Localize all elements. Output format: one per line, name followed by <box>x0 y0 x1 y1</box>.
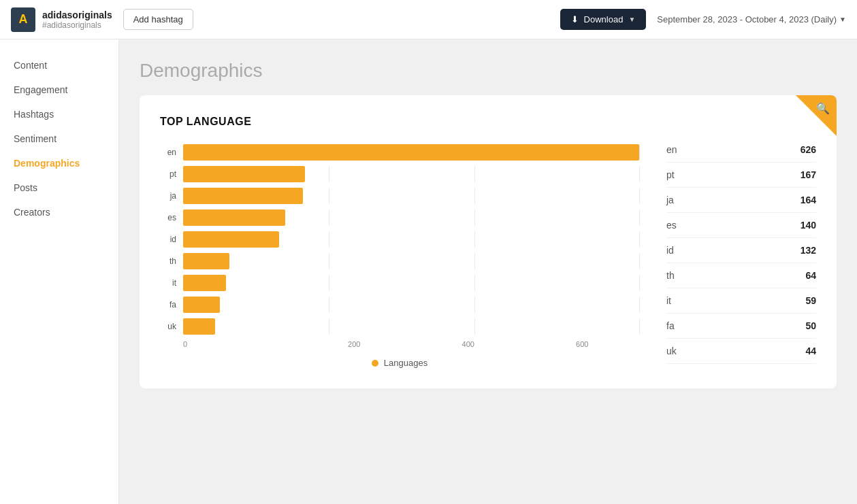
bar-track <box>183 166 639 182</box>
chart-title: TOP LANGUAGE <box>160 116 816 128</box>
lang-count: 167 <box>801 169 816 180</box>
x-axis-label: 600 <box>525 340 640 348</box>
bar-row: ja <box>160 188 639 204</box>
bar-chart: enptjaesidthitfauk <box>160 144 639 335</box>
sidebar-item-creators[interactable]: Creators <box>0 200 118 224</box>
lang-table-row: es140 <box>666 213 816 238</box>
chart-legend: Languages <box>160 358 639 368</box>
sidebar-item-posts[interactable]: Posts <box>0 175 118 200</box>
x-axis-label: 400 <box>411 340 525 348</box>
date-range-text: September 28, 2023 - October 4, 2023 (Da… <box>657 14 837 24</box>
header: A adidasoriginals #adidasoriginals Add h… <box>0 0 857 39</box>
bar-fill <box>183 209 285 226</box>
bar-row: en <box>160 144 639 161</box>
add-hashtag-button[interactable]: Add hashtag <box>123 9 193 30</box>
bar-fill <box>183 166 305 182</box>
lang-count: 44 <box>805 346 816 356</box>
lang-code: id <box>666 245 674 256</box>
lang-table-row: fa50 <box>666 314 816 339</box>
bar-row: it <box>160 275 639 291</box>
bar-track <box>183 144 639 161</box>
page-title: Demographics <box>140 60 837 82</box>
language-table: en626pt167ja164es140id132th64it59fa50uk4… <box>666 144 816 368</box>
bar-fill <box>183 144 639 161</box>
demographics-card: 🔍 TOP LANGUAGE enptjaesidthitfauk 020040… <box>140 95 837 388</box>
lang-count: 132 <box>801 245 816 256</box>
bar-row: es <box>160 209 639 226</box>
sidebar-item-content[interactable]: Content <box>0 53 118 78</box>
dropdown-arrow-icon: ▼ <box>628 16 635 23</box>
bar-track <box>183 209 639 226</box>
lang-table-row: pt167 <box>666 163 816 188</box>
sidebar-item-sentiment[interactable]: Sentiment <box>0 127 118 151</box>
search-icon: 🔍 <box>816 102 830 115</box>
lang-code: es <box>666 220 677 231</box>
layout: Content Engagement Hashtags Sentiment De… <box>0 39 857 504</box>
download-button[interactable]: ⬇ Download ▼ <box>560 9 647 30</box>
lang-count: 50 <box>805 320 816 331</box>
bar-label: id <box>160 235 176 244</box>
lang-table-row: id132 <box>666 238 816 263</box>
lang-table-row: th64 <box>666 263 816 288</box>
bar-track <box>183 231 639 248</box>
sidebar-item-hashtags[interactable]: Hashtags <box>0 102 118 127</box>
bar-label: pt <box>160 169 176 179</box>
bar-track <box>183 253 639 269</box>
brand-name: adidasoriginals <box>42 10 112 20</box>
sidebar-item-demographics[interactable]: Demographics <box>0 151 118 175</box>
legend-dot <box>372 360 378 367</box>
chart-area: enptjaesidthitfauk 0200400600 Languages … <box>160 144 816 368</box>
lang-table-row: en626 <box>666 144 816 163</box>
bar-row: fa <box>160 297 639 313</box>
lang-count: 64 <box>805 270 816 281</box>
logo-area: A adidasoriginals #adidasoriginals <box>11 7 112 32</box>
bar-track <box>183 318 639 335</box>
x-axis-label: 0 <box>183 340 297 348</box>
lang-code: en <box>666 144 677 155</box>
logo-letter: A <box>19 12 28 27</box>
x-axis: 0200400600 <box>160 340 639 348</box>
bar-label: en <box>160 148 176 157</box>
lang-code: pt <box>666 169 675 180</box>
bar-row: pt <box>160 166 639 182</box>
lang-code: uk <box>666 346 677 356</box>
sidebar: Content Engagement Hashtags Sentiment De… <box>0 39 119 504</box>
bar-track <box>183 188 639 204</box>
lang-count: 164 <box>801 195 816 205</box>
x-axis-label: 200 <box>297 340 412 348</box>
lang-count: 59 <box>805 295 816 306</box>
logo-box: A <box>11 7 35 32</box>
bar-fill <box>183 318 215 335</box>
bar-fill <box>183 297 220 313</box>
bar-fill <box>183 231 279 248</box>
bar-label: th <box>160 256 176 266</box>
bar-row: th <box>160 253 639 269</box>
main-content: Demographics 🔍 TOP LANGUAGE enptjaesidth… <box>119 39 857 504</box>
sidebar-item-engagement[interactable]: Engagement <box>0 78 118 102</box>
bar-label: fa <box>160 300 176 309</box>
bar-fill <box>183 253 229 269</box>
lang-table-row: uk44 <box>666 339 816 364</box>
date-caret-icon: ▼ <box>839 16 846 23</box>
bar-track <box>183 275 639 291</box>
bar-chart-container: enptjaesidthitfauk 0200400600 Languages <box>160 144 639 368</box>
lang-code: it <box>666 295 671 306</box>
legend-label: Languages <box>384 358 427 368</box>
lang-count: 140 <box>801 220 816 231</box>
lang-code: th <box>666 270 675 281</box>
lang-count: 626 <box>801 144 816 155</box>
bar-label: ja <box>160 191 176 201</box>
brand-info: adidasoriginals #adidasoriginals <box>42 10 112 30</box>
bar-row: uk <box>160 318 639 335</box>
bar-fill <box>183 188 303 204</box>
lang-table-row: it59 <box>666 288 816 314</box>
lang-table-row: ja164 <box>666 188 816 213</box>
bar-label: it <box>160 278 176 288</box>
download-icon: ⬇ <box>571 14 579 24</box>
bar-track <box>183 297 639 313</box>
lang-code: fa <box>666 320 675 331</box>
download-label: Download <box>584 14 624 24</box>
bar-fill <box>183 275 226 291</box>
lang-code: ja <box>666 195 674 205</box>
brand-handle: #adidasoriginals <box>42 20 112 30</box>
